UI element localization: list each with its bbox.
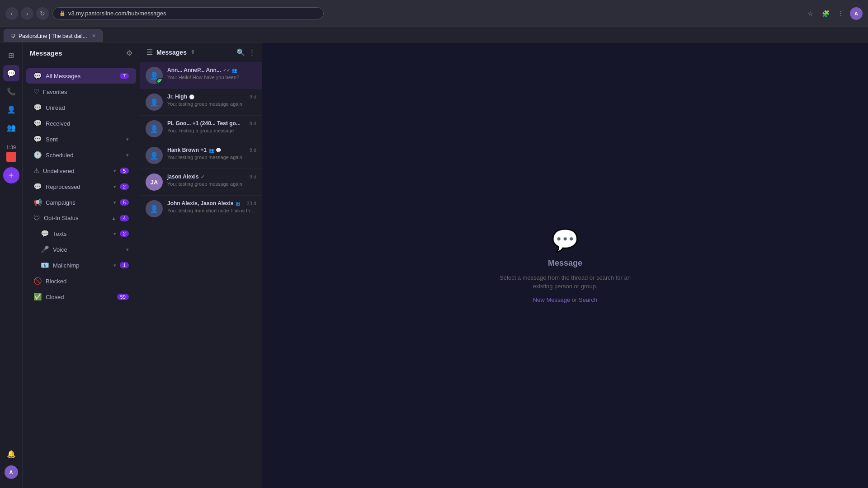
sidebar-item-texts[interactable]: 💬 Texts ▾ 2 — [26, 226, 136, 241]
msg-content-2: Jr. High 🕐 9 d You: testing group messag… — [167, 94, 256, 107]
checkmark-icon-1: ✓✓ — [223, 68, 230, 73]
lock-icon: 🔒 — [59, 10, 66, 16]
unread-icon: 💬 — [33, 103, 42, 112]
sidebar-item-sent[interactable]: 💬 Sent ▾ — [26, 131, 136, 147]
msg-content-4: Hank Brown +1 👥 💬 9 d You: testing group… — [167, 147, 256, 160]
tab-favicon: 🗨 — [10, 33, 16, 39]
address-bar[interactable]: 🔒 v3.my.pastorsline.com/hub/messages — [52, 7, 324, 19]
sidebar-item-blocked[interactable]: 🚫 Blocked — [26, 273, 136, 289]
message-item-3[interactable]: 👤 PL Goo... +1 (240... Test go... Dan...… — [140, 116, 262, 142]
forward-button[interactable]: › — [21, 7, 33, 20]
msg-preview-1: You: Hello! How have you been? — [167, 75, 256, 80]
sidebar-item-scheduled[interactable]: 🕐 Scheduled ▾ — [26, 147, 136, 163]
texts-label: Texts — [53, 230, 110, 237]
rail-messages-icon[interactable]: 💬 — [3, 65, 19, 81]
message-list: 👤 ✓ Ann... AnneP... Ann... ✓✓ 👥 — [140, 62, 262, 488]
search-link[interactable]: Search — [579, 296, 597, 303]
empty-state: 💬 Message Select a message from the thre… — [500, 228, 631, 303]
bookmark-icon[interactable]: ☆ — [804, 7, 816, 20]
rail-contacts-icon[interactable]: 👤 — [3, 101, 19, 117]
status-badge — [6, 152, 16, 162]
tab-close-icon[interactable]: ✕ — [92, 33, 96, 39]
all-messages-label: All Messages — [46, 73, 116, 80]
new-message-link[interactable]: New Message — [533, 296, 570, 303]
panel-title-row: ☰ Messages ⇧ — [146, 48, 195, 56]
sidebar-item-voice[interactable]: 🎤 Voice ▾ — [26, 242, 136, 257]
tab-label: PastorsLine | The best dail... — [19, 33, 87, 39]
sidebar-item-undelivered[interactable]: ⚠ Undelivered ▾ 5 — [26, 163, 136, 178]
empty-state-links: New Message or Search — [533, 296, 597, 303]
sidebar-item-reprocessed[interactable]: 💬 Reprocessed ▾ 2 — [26, 179, 136, 194]
avatar-5: JA — [146, 174, 163, 191]
reprocessed-badge: 2 — [120, 183, 129, 190]
sidebar-item-received[interactable]: 💬 Received — [26, 116, 136, 131]
icon-rail: ⊞ 💬 📞 👤 👥 1:39 + 🔔 A — [0, 42, 23, 488]
notifications-icon[interactable]: 🔔 — [3, 446, 19, 462]
mailchimp-icon: 📧 — [41, 261, 49, 269]
sidebar-item-opt-in-status[interactable]: 🛡 Opt-In Status ▲ 4 — [26, 211, 136, 225]
favorites-icon: ♡ — [33, 88, 39, 96]
sidebar-item-closed[interactable]: ✅ Closed 59 — [26, 289, 136, 305]
more-options-button[interactable]: ⋮ — [249, 48, 255, 56]
message-item-1[interactable]: 👤 ✓ Ann... AnneP... Ann... ✓✓ 👥 — [140, 62, 262, 89]
sidebar-title: Messages — [30, 49, 62, 57]
message-item-5[interactable]: JA jason Alexis ✓ 9 d You: testing group… — [140, 169, 262, 196]
rail-grid-icon[interactable]: ⊞ — [3, 47, 19, 63]
message-item-6[interactable]: 👤 John Alexis, Jason Alexis 👥 23 d You: … — [140, 196, 262, 222]
sent-icon: 💬 — [33, 135, 42, 143]
time-display: 1:39 — [6, 145, 16, 150]
fab-add-button[interactable]: + — [3, 167, 19, 183]
message-item-4[interactable]: 👤 Hank Brown +1 👥 💬 9 d You: testing gro… — [140, 142, 262, 169]
received-icon: 💬 — [33, 119, 42, 127]
message-item-2[interactable]: 👤 Jr. High 🕐 9 d You: testing group mess… — [140, 89, 262, 116]
unread-label: Unread — [46, 104, 129, 111]
tab-bar: 🗨 PastorsLine | The best dail... ✕ — [0, 27, 868, 42]
extensions-icon[interactable]: 🧩 — [819, 7, 832, 20]
msg-icons-1: ✓✓ 👥 — [223, 68, 237, 73]
msg-content-6: John Alexis, Jason Alexis 👥 23 d You: te… — [167, 200, 256, 213]
sidebar-header: Messages ⚙ — [23, 42, 140, 64]
message-list-panel: ☰ Messages ⇧ 🔍 ⋮ 👤 ✓ Ann... AnneP. — [140, 42, 262, 488]
blocked-icon: 🚫 — [33, 277, 42, 285]
empty-state-subtitle: Select a message from the thread or sear… — [500, 273, 631, 291]
closed-badge: 59 — [117, 294, 129, 300]
msg-preview-2: You: testing group message again — [167, 101, 256, 107]
nav-buttons: ‹ › ↻ — [5, 7, 49, 20]
sidebar-item-campaigns[interactable]: 📢 Campaigns ▾ 5 — [26, 195, 136, 210]
scheduled-label: Scheduled — [46, 152, 123, 159]
reprocessed-icon: 💬 — [33, 183, 42, 191]
user-profile-avatar[interactable]: A — [5, 465, 18, 479]
sidebar-item-mailchimp[interactable]: 📧 Mailchimp ▾ 1 — [26, 258, 136, 273]
empty-state-title: Message — [548, 258, 582, 268]
campaigns-chevron: ▾ — [113, 200, 116, 206]
sidebar-item-all-messages[interactable]: 💬 All Messages 7 — [26, 68, 136, 84]
browser-chrome: ‹ › ↻ 🔒 v3.my.pastorsline.com/hub/messag… — [0, 0, 868, 27]
menu-icon[interactable]: ⋮ — [835, 7, 847, 20]
opt-in-badge: 4 — [120, 215, 129, 221]
msg-time-4: 9 d — [250, 147, 256, 153]
rail-groups-icon[interactable]: 👥 — [3, 119, 19, 136]
campaigns-badge: 5 — [120, 199, 129, 206]
msg-top-row-2: Jr. High 🕐 9 d — [167, 94, 256, 100]
msg-content-5: jason Alexis ✓ 9 d You: testing group me… — [167, 174, 256, 187]
tab-pastorsline[interactable]: 🗨 PastorsLine | The best dail... ✕ — [4, 29, 103, 42]
hamburger-icon[interactable]: ☰ — [146, 48, 153, 56]
undelivered-chevron: ▾ — [113, 168, 116, 174]
sidebar-item-favorites[interactable]: ♡ Favorites — [26, 84, 136, 99]
message-panel-header: ☰ Messages ⇧ 🔍 ⋮ — [140, 42, 262, 62]
mailchimp-chevron: ▾ — [113, 263, 116, 268]
settings-icon[interactable]: ⚙ — [126, 49, 132, 57]
opt-in-chevron: ▲ — [111, 216, 116, 221]
share-icon[interactable]: ⇧ — [190, 49, 195, 56]
sidebar-item-unread[interactable]: 💬 Unread — [26, 100, 136, 115]
avatar-6: 👤 — [146, 200, 163, 217]
group-icon-1: 👥 — [231, 68, 237, 73]
panel-actions: 🔍 ⋮ — [236, 48, 255, 56]
reload-button[interactable]: ↻ — [36, 7, 49, 20]
rail-phone-icon[interactable]: 📞 — [3, 83, 19, 99]
search-button[interactable]: 🔍 — [236, 48, 245, 56]
reprocessed-chevron: ▾ — [113, 184, 116, 190]
clock-icon-2: 🕐 — [189, 94, 194, 99]
back-button[interactable]: ‹ — [5, 7, 18, 20]
group-icon-6: 👥 — [236, 201, 240, 206]
